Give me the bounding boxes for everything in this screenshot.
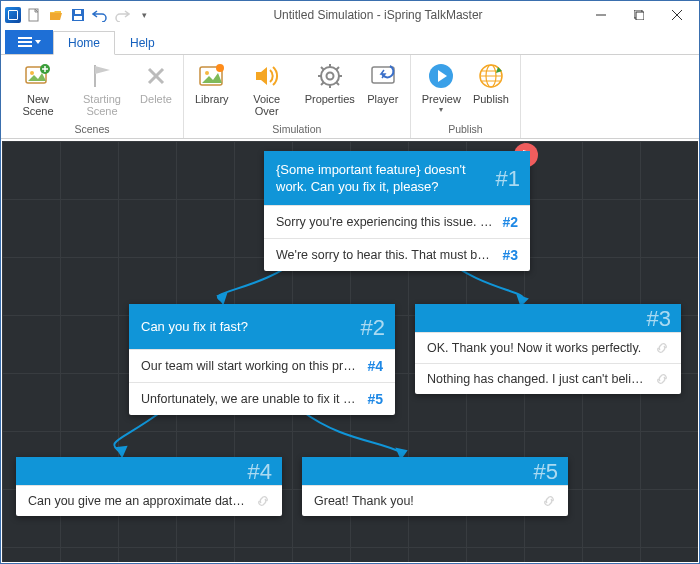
qat-dropdown-icon[interactable]: ▾ <box>135 6 153 24</box>
flag-icon <box>87 61 117 91</box>
scene-head[interactable]: Can you fix it fast? #2 <box>129 304 395 349</box>
svg-rect-3 <box>75 10 81 14</box>
svg-rect-10 <box>18 41 32 43</box>
scene-head[interactable]: #5 <box>302 457 568 485</box>
maximize-button[interactable] <box>621 4 657 26</box>
redo-icon[interactable] <box>113 6 131 24</box>
play-icon <box>426 61 456 91</box>
scene-head[interactable]: #3 <box>415 304 681 332</box>
reply-row[interactable]: Unfortunately, we are unable to fix it r… <box>129 382 395 415</box>
reply-row[interactable]: Our team will start working on this pro.… <box>129 349 395 382</box>
scene-node-4[interactable]: #4 Can you give me an approximate date .… <box>16 457 282 516</box>
new-file-icon[interactable] <box>25 6 43 24</box>
svg-line-28 <box>321 82 324 85</box>
window-controls <box>583 4 695 26</box>
scene-node-1[interactable]: {Some important feature} doesn't work. C… <box>264 151 530 271</box>
scene-node-3[interactable]: #3 OK. Thank you! Now it works perfectly… <box>415 304 681 394</box>
close-button[interactable] <box>659 4 695 26</box>
svg-point-13 <box>30 71 34 75</box>
link-icon <box>655 372 669 386</box>
starting-scene-button: Starting Scene <box>71 57 133 118</box>
ribbon-group-publish: Preview ▾ Publish Publish <box>411 55 521 138</box>
svg-rect-6 <box>636 12 644 20</box>
delete-button: Delete <box>135 57 177 106</box>
svg-point-21 <box>326 73 333 80</box>
ribbon-tabstrip: Home Help <box>1 29 699 55</box>
voice-over-button[interactable]: Voice Over <box>236 57 298 118</box>
reply-row[interactable]: Can you give me an approximate date ... <box>16 485 282 516</box>
player-icon <box>368 61 398 91</box>
open-file-icon[interactable] <box>47 6 65 24</box>
quick-access-toolbar: ▾ <box>5 6 153 24</box>
tab-help[interactable]: Help <box>115 31 170 54</box>
player-button[interactable]: Player <box>362 57 404 106</box>
scene-node-5[interactable]: #5 Great! Thank you! <box>302 457 568 516</box>
new-scene-button[interactable]: New Scene <box>7 57 69 118</box>
reply-row[interactable]: Nothing has changed. I just can't believ… <box>415 363 681 394</box>
delete-icon <box>141 61 171 91</box>
speaker-icon <box>252 61 282 91</box>
globe-icon <box>476 61 506 91</box>
scene-head[interactable]: #4 <box>16 457 282 485</box>
svg-point-18 <box>205 71 209 75</box>
svg-rect-2 <box>74 16 82 20</box>
svg-line-27 <box>336 82 339 85</box>
save-icon[interactable] <box>69 6 87 24</box>
link-icon <box>542 494 556 508</box>
canvas[interactable]: {Some important feature} doesn't work. C… <box>2 141 698 562</box>
svg-line-26 <box>321 67 324 70</box>
chevron-down-icon <box>35 40 41 44</box>
svg-line-29 <box>336 67 339 70</box>
svg-point-19 <box>216 64 224 72</box>
undo-icon[interactable] <box>91 6 109 24</box>
preview-button[interactable]: Preview ▾ <box>417 57 466 115</box>
link-icon <box>655 341 669 355</box>
titlebar: ▾ Untitled Simulation - iSpring TalkMast… <box>1 1 699 29</box>
tab-home[interactable]: Home <box>53 31 115 55</box>
svg-rect-11 <box>18 45 32 47</box>
svg-rect-9 <box>18 37 32 39</box>
ribbon: New Scene Starting Scene Delete Scenes L… <box>1 55 699 139</box>
new-scene-icon <box>23 61 53 91</box>
library-button[interactable]: Library <box>190 57 234 106</box>
scene-head[interactable]: {Some important feature} doesn't work. C… <box>264 151 530 205</box>
reply-row[interactable]: We're sorry to hear this. That must be v… <box>264 238 530 271</box>
publish-button[interactable]: Publish <box>468 57 514 106</box>
file-tab[interactable] <box>5 30 53 54</box>
reply-row[interactable]: OK. Thank you! Now it works perfectly. <box>415 332 681 363</box>
reply-row[interactable]: Great! Thank you! <box>302 485 568 516</box>
window-title: Untitled Simulation - iSpring TalkMaster <box>153 8 583 22</box>
minimize-button[interactable] <box>583 4 619 26</box>
app-icon <box>5 7 21 23</box>
link-icon <box>256 494 270 508</box>
library-icon <box>197 61 227 91</box>
properties-button[interactable]: Properties <box>300 57 360 106</box>
ribbon-group-simulation: Library Voice Over Properties Player Sim… <box>184 55 411 138</box>
scene-node-2[interactable]: Can you fix it fast? #2 Our team will st… <box>129 304 395 415</box>
ribbon-group-scenes: New Scene Starting Scene Delete Scenes <box>1 55 184 138</box>
gear-icon <box>315 61 345 91</box>
reply-row[interactable]: Sorry you're experiencing this issue. We… <box>264 205 530 238</box>
chevron-down-icon: ▾ <box>439 105 443 114</box>
